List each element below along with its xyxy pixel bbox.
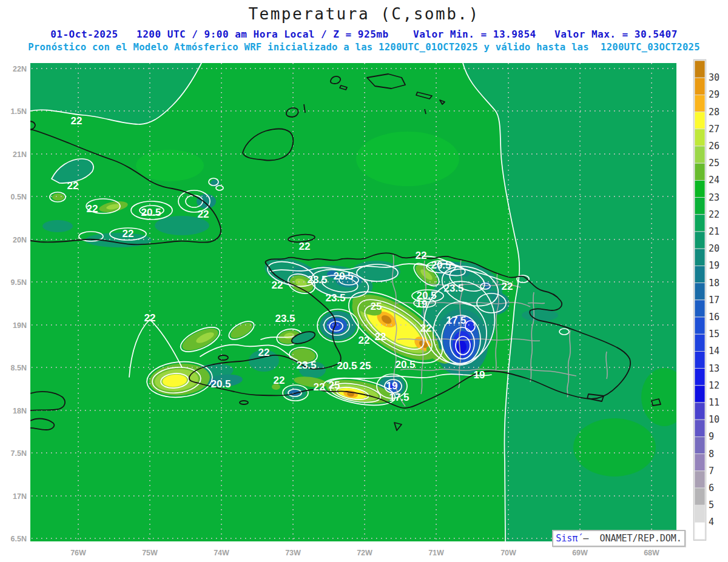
colorbar-tick-label: 8 — [709, 449, 714, 460]
colorbar-cell — [695, 300, 705, 317]
contour-value-label: 17.5 — [389, 392, 409, 403]
contour-value-label: 22 — [299, 241, 311, 252]
colorbar-tick-label: 9 — [709, 431, 714, 442]
colorbar-tick-label: 5 — [709, 500, 714, 510]
contour-value-label: 22 — [71, 115, 83, 127]
contour-value-label: 22 — [198, 209, 209, 220]
model-info-line: Pronóstico con el Modelo Atmósferico WRF… — [0, 42, 728, 53]
colorbar-tick-label: 20 — [709, 243, 720, 254]
contour-value-label: 22 — [87, 203, 98, 215]
contour-value-label: 22 — [67, 180, 79, 192]
lat-tick-label: 20N — [13, 236, 27, 244]
lat-tick-label: 22N — [13, 65, 27, 73]
colorbar-tick-label: 6 — [709, 483, 714, 493]
contour-value-label: 19 — [474, 369, 485, 381]
colorbar-tick-label: 7 — [709, 466, 714, 477]
colorbar-tick-label: 24 — [709, 175, 720, 186]
lon-tick-label: 69W — [572, 549, 588, 557]
contour-value-label: 25 — [329, 380, 340, 391]
colorbar: 3029282726252423222120191817161514131211… — [694, 60, 720, 541]
lat-tick-label: 21N — [13, 150, 27, 159]
colorbar-tick-label: 27 — [709, 124, 720, 135]
contour-value-label: 22 — [502, 281, 513, 292]
contour-value-label: 23.5 — [325, 292, 345, 304]
contour-value-label: 22 — [375, 331, 386, 343]
lat-tick-label: 6.5N — [11, 535, 27, 543]
lat-tick-label: 0.5N — [11, 193, 27, 201]
map-plot-area: 22222220.5222222222223.520.523.523.52522… — [24, 63, 687, 545]
contour-value-label: 23.5 — [443, 283, 463, 294]
contour-value-label: 20.5 — [337, 360, 357, 372]
colorbar-tick-label: 22 — [709, 209, 720, 220]
colorbar-cell — [695, 180, 705, 197]
colorbar-tick-label: 15 — [709, 329, 720, 340]
lon-tick-label: 71W — [428, 549, 444, 557]
contour-value-label: 20.5 — [141, 207, 161, 218]
onamet-label: – ONAMET/REP.DOM. — [583, 533, 682, 544]
colorbar-tick-label: 10 — [709, 414, 720, 425]
lon-tick-label: 72W — [357, 549, 372, 557]
contour-value-label: 25 — [360, 360, 371, 372]
contour-value-label: 22 — [274, 375, 285, 386]
colorbar-cell — [695, 163, 705, 180]
lat-tick-label: 7.5N — [11, 449, 27, 458]
page-title: Temperatura (C,somb.) — [0, 5, 728, 23]
colorbar-cell — [695, 505, 705, 522]
contour-value-label: 20.5 — [211, 378, 231, 390]
lat-tick-label: 19N — [13, 321, 27, 330]
lat-tick-label: 9.5N — [11, 278, 27, 287]
weather-map-page: Temperatura (C,somb.) 01-Oct-2025 1200 U… — [0, 0, 728, 562]
forecast-datetime-line: 01-Oct-2025 1200 UTC / 9:00 am Hora Loca… — [0, 28, 728, 40]
contour-value-label: 22 — [416, 250, 427, 261]
contour-value-label: 22 — [123, 228, 134, 239]
lon-tick-label: 76W — [70, 549, 86, 557]
colorbar-cell — [695, 266, 705, 283]
colorbar-tick-label: 18 — [709, 278, 720, 289]
colorbar-tick-label: 4 — [709, 517, 714, 527]
contour-value-label: 20.5 — [333, 270, 353, 282]
colorbar-cell — [695, 112, 705, 129]
contour-value-label: 25 — [371, 301, 382, 312]
colorbar-cell — [695, 232, 705, 249]
colorbar-cell — [695, 198, 705, 215]
lon-tick-label: 75W — [142, 549, 158, 557]
colorbar-cell — [695, 369, 705, 386]
colorbar-cell — [695, 471, 705, 488]
attribution-box: Sisπ́ – ONAMET/REP.DOM. — [552, 530, 686, 547]
colorbar-cell — [695, 351, 705, 368]
contour-value-label: 19 — [416, 298, 428, 310]
contour-value-label: 22 — [420, 323, 432, 334]
contour-value-label: 22 — [144, 312, 156, 324]
colorbar-cell — [695, 437, 705, 453]
lon-tick-label: 70W — [500, 549, 516, 557]
colorbar-cell — [695, 249, 705, 266]
colorbar-tick-label: 12 — [709, 380, 720, 391]
colorbar-cell — [695, 146, 705, 163]
colorbar-tick-label: 23 — [709, 192, 720, 203]
sispi-brand-label: Sisπ́ — [556, 533, 583, 544]
colorbar-cell — [695, 129, 705, 146]
colorbar-tick-label: 26 — [709, 141, 720, 152]
colorbar-cell — [695, 334, 705, 351]
contour-value-label: 22 — [258, 347, 270, 358]
lon-tick-label: 73W — [285, 549, 301, 557]
colorbar-tick-label: 21 — [709, 226, 720, 237]
colorbar-tick-label: 13 — [709, 363, 720, 374]
colorbar-cell — [695, 454, 705, 471]
lat-tick-label: 1.5N — [11, 107, 27, 116]
colorbar-tick-label: 11 — [709, 397, 720, 408]
lat-tick-label: 8.5N — [11, 364, 27, 372]
lat-tick-label: 17N — [13, 492, 27, 501]
temperature-map-canvas: 22222220.5222222222223.520.523.523.52522… — [0, 0, 728, 562]
contour-value-label: 23.5 — [275, 313, 295, 324]
contour-value-label: 23.5 — [307, 274, 327, 286]
lat-tick-label: 18N — [13, 407, 27, 415]
colorbar-tick-label: 29 — [709, 89, 720, 100]
colorbar-cell — [695, 522, 705, 539]
colorbar-tick-label: 28 — [709, 107, 720, 118]
colorbar-cell — [695, 78, 705, 95]
colorbar-cell — [695, 386, 705, 403]
contour-value-label: 20.5 — [395, 359, 415, 370]
colorbar-tick-label: 17 — [709, 295, 720, 306]
lon-tick-label: 68W — [644, 549, 659, 557]
